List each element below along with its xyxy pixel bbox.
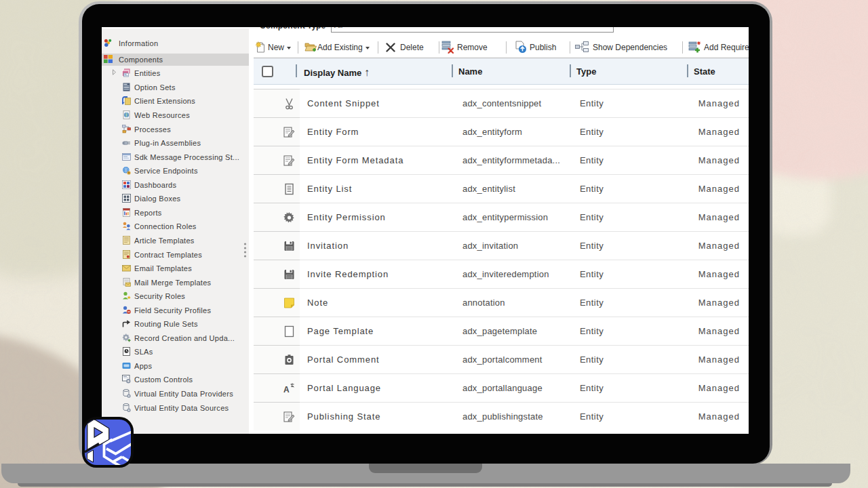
svg-text:A: A (283, 385, 290, 394)
